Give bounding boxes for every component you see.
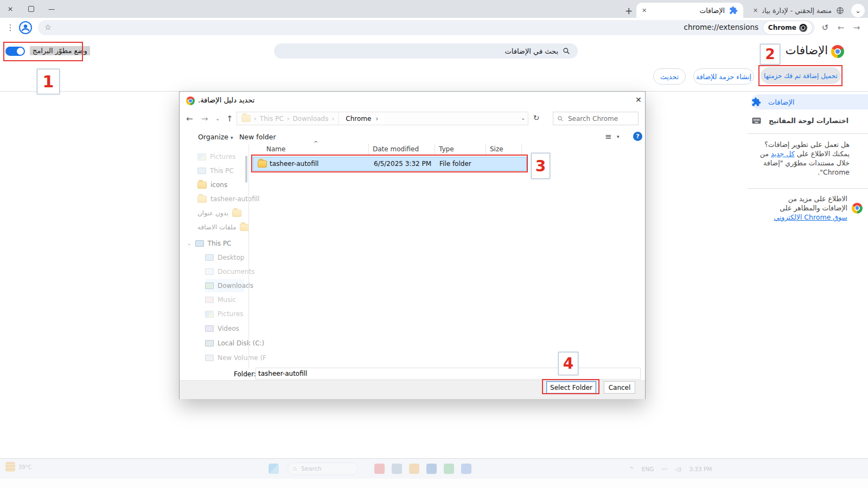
dialog-search-box[interactable]	[553, 112, 639, 125]
taskbar-app-icon[interactable]	[392, 464, 402, 474]
kebab-icon: ⋮	[7, 23, 15, 33]
dialog-sidebar-item[interactable]: tasheer-autofill	[197, 192, 259, 206]
annotation-label-4: 4	[558, 352, 578, 375]
reload-icon: ↺	[822, 23, 829, 33]
new-tab-button[interactable]: +	[622, 4, 636, 18]
item-label: Desktop	[218, 254, 245, 261]
nav-forward-button[interactable]: →	[201, 114, 208, 124]
pack-extension-button[interactable]: إنشاء حزمة للإضافة	[693, 68, 754, 85]
folder-name-input[interactable]	[256, 368, 641, 380]
computer-icon	[197, 168, 206, 174]
dialog-sidebar-item[interactable]: This PC	[197, 164, 234, 177]
clock-label: 3:33 PM	[689, 466, 712, 472]
column-header-type[interactable]: Type	[439, 145, 454, 153]
dialog-sidebar-item[interactable]: Downloads	[205, 279, 244, 292]
whats-new-link[interactable]: كل جديد	[771, 150, 795, 158]
crumb-sep-icon: ›	[375, 115, 378, 123]
sidebar-item-extensions[interactable]: الإضافات	[751, 94, 868, 110]
dialog-sidebar-item[interactable]: ملفات الاضافه	[197, 221, 249, 234]
pane-scrollbar[interactable]	[245, 156, 247, 183]
update-button[interactable]: تحديث	[653, 68, 686, 85]
back-arrow-icon: ←	[838, 23, 845, 33]
nav-history-chevron[interactable]: ⌄	[215, 115, 220, 121]
taskbar-app-icon[interactable]	[461, 464, 471, 474]
view-dropdown-icon[interactable]: ▾	[617, 134, 620, 139]
back-button[interactable]: ←	[834, 21, 848, 35]
dialog-sidebar-item[interactable]: بدون عنوان	[197, 207, 241, 220]
sidebar-item-shortcuts[interactable]: اختصارات لوحة المفاتيح	[751, 113, 868, 128]
help-button[interactable]: ?	[633, 132, 642, 141]
taskbar-search[interactable]: Search	[288, 463, 358, 475]
language-indicator: ENG	[642, 466, 654, 472]
taskbar-app-icon[interactable]	[409, 464, 419, 474]
webstore-link[interactable]: سوق Chrome الإلكتروني	[774, 213, 847, 221]
column-header-size[interactable]: Size	[490, 145, 503, 153]
reload-button[interactable]: ↺	[818, 21, 832, 35]
dialog-sidebar-item[interactable]: icons	[197, 178, 227, 191]
window-close-button[interactable]: ✕	[0, 0, 21, 18]
globe-icon	[836, 7, 844, 15]
column-separator	[486, 144, 486, 155]
dialog-sidebar-item[interactable]: Desktop	[205, 251, 245, 264]
sidebar-divider	[748, 133, 868, 134]
profile-button[interactable]	[18, 21, 33, 35]
tab-close-icon[interactable]: ✕	[753, 7, 758, 14]
breadcrumb-item[interactable]: This PC	[260, 115, 284, 123]
breadcrumb-item: Chrome	[346, 115, 371, 123]
extensions-search[interactable]: بحث في الإضافات	[274, 43, 578, 59]
cancel-button[interactable]: Cancel	[604, 381, 635, 394]
tray-chevron-icon: ^	[629, 466, 634, 472]
dialog-sidebar-item[interactable]: Pictures	[205, 307, 244, 320]
annotation-label-2: 2	[760, 44, 780, 65]
dialog-sidebar-item[interactable]: Music	[205, 293, 236, 306]
note-text: الاطلاع على مزيد من الإضافات والمظاهر عل…	[780, 195, 847, 212]
breadcrumb[interactable]: › This PC › Downloads › Chrome ›	[237, 112, 528, 125]
plus-icon: +	[625, 5, 633, 16]
chrome-chip[interactable]: Chrome	[763, 21, 812, 34]
tab-close-icon[interactable]: ✕	[642, 7, 647, 14]
bookmark-star-icon[interactable]: ☆	[44, 23, 52, 31]
puzzle-icon	[751, 97, 761, 107]
breadcrumb-current[interactable]: Chrome ›	[339, 112, 385, 125]
window-restore-button[interactable]	[21, 0, 41, 18]
nav-up-button[interactable]: ↑	[226, 114, 233, 124]
annotation-label-1: 1	[37, 69, 60, 94]
breadcrumb-item[interactable]: Downloads	[293, 115, 329, 123]
column-header-date[interactable]: Date modified	[373, 145, 419, 153]
dialog-close-icon[interactable]: ✕	[635, 95, 642, 104]
address-dropdown-chevron[interactable]: ⌄	[521, 115, 525, 121]
taskbar-app-icon[interactable]	[374, 464, 385, 474]
browser-menu-button[interactable]: ⋮	[3, 21, 17, 35]
dialog-sidebar-item[interactable]: Pictures	[197, 150, 236, 163]
nav-back-button[interactable]: ←	[186, 114, 193, 124]
organize-menu[interactable]: Organize ▾	[198, 133, 233, 141]
view-list-icon[interactable]: ≡	[605, 132, 612, 142]
annotation-box-file-row	[251, 155, 528, 172]
start-button[interactable]	[269, 464, 279, 474]
forward-button[interactable]: →	[850, 21, 864, 35]
dialog-sidebar-item[interactable]: Local Disk (C:)	[205, 337, 264, 350]
tab-elhagni[interactable]: منصة إلحقني - لإدارة بيانات المتق ✕	[748, 3, 850, 18]
taskbar-app-icon[interactable]	[426, 464, 437, 474]
volume-icon: ◁)	[675, 466, 681, 472]
tab-search-button[interactable]: ⌄	[851, 4, 865, 17]
new-folder-button[interactable]: New folder	[239, 133, 276, 141]
refresh-icon[interactable]: ↺	[533, 113, 540, 122]
dialog-search-input[interactable]	[567, 114, 629, 123]
column-header-name[interactable]: Name	[266, 145, 285, 153]
dialog-sidebar-item[interactable]: Documents	[205, 265, 254, 278]
chrome-logo-icon	[186, 97, 195, 105]
desktop-strip	[0, 478, 868, 488]
dialog-sidebar-item[interactable]: ⌄This PC	[187, 237, 232, 250]
address-bar[interactable]: ☆ chrome://extensions Chrome	[38, 20, 815, 35]
pane-divider	[248, 145, 249, 368]
system-tray[interactable]: ^ ENG 〰 ◁) 3:33 PM	[629, 465, 712, 473]
taskbar-app-icon[interactable]	[444, 464, 454, 474]
item-label: Videos	[218, 325, 239, 332]
tab-extensions[interactable]: الإضافات ✕	[636, 3, 743, 18]
window-minimize-button[interactable]: —	[41, 0, 62, 18]
dialog-sidebar-item[interactable]: Videos	[205, 322, 239, 335]
dialog-sidebar-item[interactable]: New Volume (F	[205, 351, 266, 364]
sort-caret-icon: ^	[314, 140, 318, 146]
weather-widget[interactable]: 39°C	[5, 462, 32, 472]
